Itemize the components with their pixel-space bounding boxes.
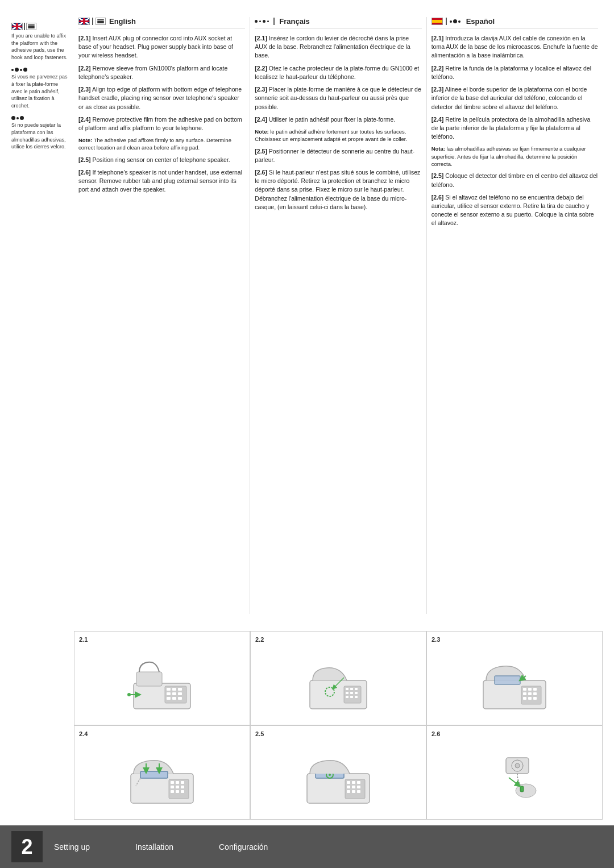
dot-icon-fr2	[259, 20, 261, 22]
svg-rect-59	[347, 781, 350, 784]
col-header-es: Español	[432, 17, 598, 28]
instructions-area: English [2.1] Insert AUX plug of connect…	[74, 17, 603, 614]
svg-rect-20	[355, 688, 358, 690]
diagram-label-21: 2.1	[79, 636, 245, 643]
step-fr-22: [2.2] Otez le cache protecteur de la pla…	[255, 64, 421, 81]
footer-english: Setting up	[54, 842, 90, 852]
step-num: [2.3]	[78, 86, 91, 93]
step-es-26: [2.6] Si el altavoz del teléfono no se e…	[432, 193, 598, 228]
step-num: [2.4]	[78, 116, 91, 123]
dot-icon	[23, 68, 27, 72]
diagram-label-22: 2.2	[255, 636, 421, 643]
diagram-24: 2.4	[74, 725, 250, 820]
sidebar-text-es: Si no puede sujetar la plataforma con la…	[11, 122, 68, 150]
sep	[92, 18, 93, 25]
svg-rect-36	[533, 692, 537, 695]
dot-icon	[20, 69, 22, 71]
diagram-26: 2.6	[426, 725, 603, 820]
step-es-21: [2.1] Introduzca la clavija AUX del cabl…	[432, 34, 598, 60]
uk-flag-icon	[11, 23, 23, 30]
diagram-23: 2.3	[426, 631, 603, 725]
note-en-24: Note: The adhesive pad affixes firmly to…	[78, 136, 245, 152]
lang-flag-es	[432, 18, 463, 25]
note-label-fr: Note:	[255, 128, 268, 135]
step-en-24: [2.4] Remove protective film from the ad…	[78, 115, 245, 132]
svg-rect-66	[352, 790, 355, 793]
footer-number: 2	[11, 831, 43, 862]
svg-rect-4	[172, 688, 176, 691]
phone-svg-24	[122, 746, 202, 809]
col-title-fr: Français	[279, 17, 309, 26]
lines-icon	[26, 23, 36, 30]
diagram-label-23: 2.3	[432, 636, 598, 643]
step-text-fr-26: Si le haut-parleur n'est pas situé sous …	[255, 169, 420, 210]
diagram-label-24: 2.4	[79, 730, 245, 737]
svg-rect-6	[167, 692, 171, 695]
diagram-22: 2.2	[250, 631, 426, 725]
footer-texts: Setting up Installation Configuración	[54, 842, 268, 852]
col-francais: Français [2.1] Insérez le cordon du levi…	[250, 17, 426, 614]
sidebar-icon-fr	[11, 68, 68, 72]
diagram-img-26	[432, 741, 598, 815]
step-es-22: [2.2] Retire la funda de la plataforma y…	[432, 64, 598, 81]
step-num: [2.5]	[78, 156, 91, 163]
svg-rect-22	[350, 692, 353, 694]
svg-rect-21	[346, 692, 349, 694]
diagram-label-25: 2.5	[255, 730, 421, 737]
main-content: If you are unable to affix the platform …	[0, 0, 614, 625]
note-text-fr-24: le patin adhésif adhère fortement sur to…	[255, 128, 407, 142]
footer-bar: 2 Setting up Installation Configuración	[0, 825, 614, 868]
svg-point-13	[127, 693, 131, 696]
diagrams-section: 2.1	[0, 625, 614, 825]
svg-point-70	[515, 763, 520, 768]
svg-rect-39	[533, 697, 537, 700]
step-num: [2.4]	[432, 116, 444, 123]
svg-rect-62	[347, 786, 350, 788]
step-text-en-26: If telephone's speaker is not under hand…	[78, 169, 242, 193]
svg-rect-7	[172, 692, 176, 695]
step-en-26: [2.6] If telephone's speaker is not unde…	[78, 168, 245, 194]
phone-svg-26	[475, 746, 554, 809]
dot-icon-fr1	[255, 20, 258, 23]
flag-separator	[24, 23, 25, 30]
svg-point-71	[516, 784, 536, 798]
phone-svg-25	[298, 746, 378, 809]
diagram-label-26: 2.6	[432, 730, 598, 737]
svg-rect-26	[355, 696, 358, 698]
col-header-fr: Français	[255, 17, 421, 28]
diagram-img-22	[255, 646, 421, 720]
step-num: [2.5]	[432, 172, 444, 179]
step-text-en-23: Align top edge of platform with bottom e…	[78, 86, 242, 110]
note-label: Note:	[78, 137, 92, 143]
svg-rect-41	[140, 771, 168, 778]
diagram-img-23	[432, 646, 598, 720]
diagram-img-21	[79, 646, 245, 720]
svg-rect-51	[171, 790, 174, 793]
svg-rect-38	[528, 697, 532, 700]
svg-rect-19	[350, 688, 353, 690]
svg-rect-65	[347, 790, 350, 793]
svg-rect-50	[181, 786, 184, 788]
footer-french: Installation	[135, 842, 173, 852]
sidebar-text-en: If you are unable to affix the platform …	[11, 32, 68, 61]
svg-rect-10	[172, 697, 176, 700]
svg-rect-23	[355, 692, 358, 694]
step-num: [2.6]	[432, 194, 444, 201]
step-text-en-24: Remove protective film from the adhesive…	[78, 116, 242, 131]
dot-icon	[16, 117, 19, 119]
svg-rect-47	[181, 781, 184, 784]
svg-rect-37	[523, 697, 526, 700]
step-num: [2.1]	[78, 35, 91, 41]
step-num: [2.2]	[432, 65, 444, 72]
footer-spanish: Configuración	[219, 842, 268, 852]
phone-svg-22	[298, 652, 378, 715]
svg-rect-52	[176, 790, 179, 793]
note-fr-24: Note: le patin adhésif adhère fortement …	[255, 128, 421, 143]
step-text-es-21: Introduzca la clavija AUX del cable de c…	[432, 35, 598, 59]
dot-icon	[11, 69, 14, 71]
phone-svg-23	[475, 652, 554, 715]
diagram-img-24	[79, 741, 245, 815]
step-text-en-25: Position ring sensor on center of teleph…	[93, 156, 230, 163]
svg-rect-11	[178, 697, 182, 700]
uk-flag-small	[78, 18, 90, 25]
